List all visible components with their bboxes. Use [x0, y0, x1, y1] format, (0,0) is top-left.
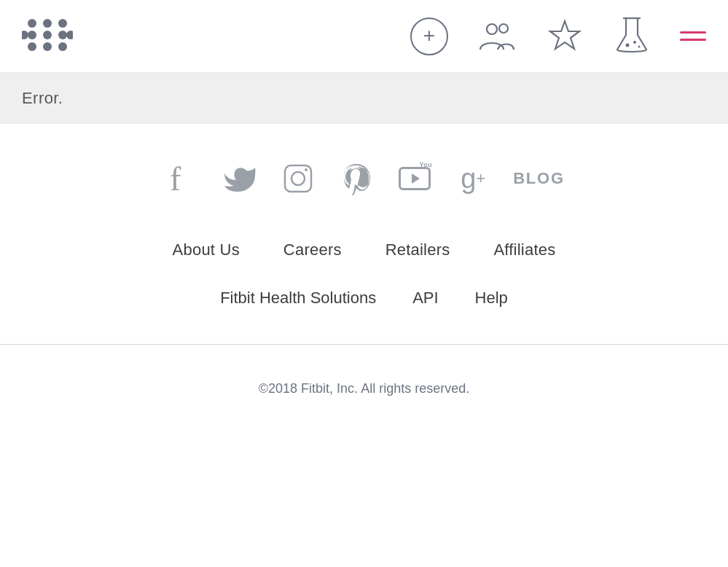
footer-nav-row2: Fitbit Health Solutions API Help [0, 274, 728, 337]
about-us-link[interactable]: About Us [173, 241, 240, 259]
googleplus-icon: g [461, 163, 476, 195]
add-button[interactable] [410, 17, 448, 55]
api-link[interactable]: API [412, 289, 438, 308]
svg-text:f: f [170, 163, 181, 195]
twitter-link[interactable] [222, 160, 258, 197]
error-banner: Error. [0, 73, 728, 124]
svg-point-6 [58, 31, 67, 39]
friends-button[interactable] [477, 20, 517, 52]
header [0, 0, 728, 73]
facebook-link[interactable]: f [163, 160, 200, 197]
menu-button[interactable] [680, 31, 706, 41]
pinterest-link[interactable] [338, 160, 375, 197]
svg-point-3 [22, 31, 28, 39]
help-link[interactable]: Help [475, 289, 508, 308]
googleplus-link[interactable]: g+ [455, 160, 491, 197]
footer-divider [0, 344, 728, 345]
instagram-link[interactable] [280, 160, 316, 197]
svg-point-8 [28, 42, 36, 51]
careers-link[interactable]: Careers [283, 241, 342, 259]
svg-point-7 [66, 31, 73, 39]
svg-point-9 [43, 42, 52, 51]
challenges-button[interactable] [546, 17, 584, 55]
googleplus-plus: + [476, 169, 485, 188]
svg-marker-13 [550, 21, 579, 49]
svg-point-0 [28, 19, 36, 28]
affiliates-link[interactable]: Affiliates [493, 241, 555, 259]
svg-point-4 [28, 31, 36, 39]
labs-button[interactable] [613, 15, 651, 58]
svg-point-16 [633, 41, 636, 44]
youtube-box [399, 167, 431, 190]
footer-nav-row1: About Us Careers Retailers Affiliates [0, 226, 728, 274]
blog-link[interactable]: BLOG [513, 160, 565, 197]
fitbit-logo[interactable] [22, 15, 73, 58]
blog-label: BLOG [513, 169, 565, 188]
header-nav [410, 15, 706, 58]
error-message: Error. [22, 89, 63, 107]
svg-point-2 [58, 19, 67, 28]
main-content: f You [0, 124, 728, 418]
copyright-text: ©2018 Fitbit, Inc. All rights reserved. [259, 381, 469, 396]
svg-point-5 [43, 31, 52, 39]
copyright: ©2018 Fitbit, Inc. All rights reserved. [0, 352, 728, 418]
svg-point-15 [626, 43, 630, 47]
svg-point-10 [58, 42, 67, 51]
svg-point-1 [43, 19, 52, 28]
youtube-link[interactable]: You [396, 160, 433, 197]
svg-point-17 [638, 45, 641, 47]
svg-point-11 [487, 24, 497, 34]
svg-point-12 [499, 24, 508, 33]
health-solutions-link[interactable]: Fitbit Health Solutions [220, 289, 376, 308]
svg-point-21 [305, 168, 308, 171]
retailers-link[interactable]: Retailers [385, 241, 450, 259]
svg-point-20 [291, 172, 305, 185]
social-icons-row: f You [0, 124, 728, 226]
